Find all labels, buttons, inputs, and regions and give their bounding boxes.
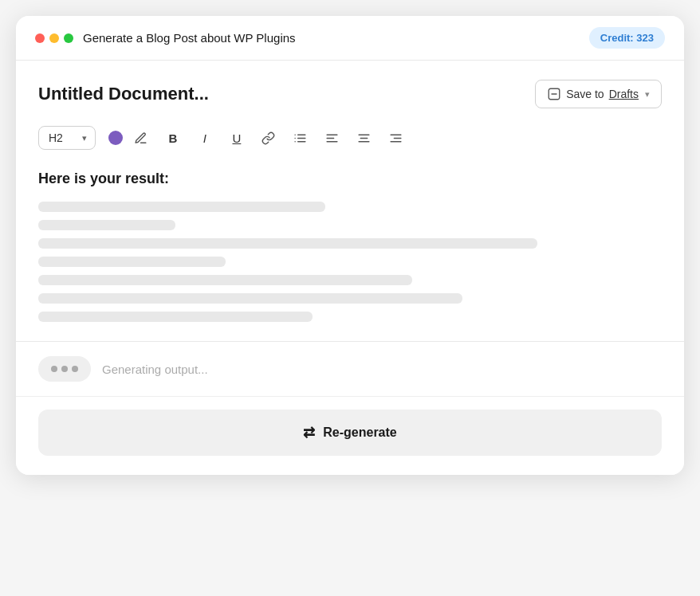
top-bar-left: Generate a Blog Post about WP Plugins [35,31,296,45]
align-right-icon [389,131,403,145]
dot-1 [51,366,57,372]
save-label: Save to [566,88,604,100]
align-left-button[interactable] [319,124,346,151]
list-icon [293,131,307,145]
traffic-light-green[interactable] [64,33,73,43]
regenerate-label: Re-generate [323,425,396,440]
skeleton-line [38,312,313,322]
skeleton-line [38,293,462,304]
generating-area: Generating output... [16,342,684,397]
skeleton-lines [38,202,662,322]
regenerate-icon: ⇄ [303,424,315,441]
editor-header: Untitled Document... Save to Drafts ▾ [38,80,662,108]
drafts-label: Drafts [609,88,639,100]
dots-loader [38,356,91,382]
traffic-light-yellow[interactable] [49,33,59,43]
window-title: Generate a Blog Post about WP Plugins [83,31,296,45]
heading-chevron-icon: ▾ [82,133,87,143]
toolbar: H2 ▾ B I U [38,124,662,151]
heading-select[interactable]: H2 ▾ [38,126,96,150]
align-center-button[interactable] [351,124,378,151]
traffic-lights [35,33,73,43]
highlighter-icon [134,131,147,145]
regenerate-button[interactable]: ⇄ Re-generate [38,410,662,456]
heading-value: H2 [49,131,63,144]
align-center-icon [357,131,371,145]
skeleton-line [38,257,226,267]
color-picker[interactable] [108,131,123,145]
content-area: Here is your result: [38,171,662,322]
skeleton-line [38,220,175,230]
credit-badge: Credit: 323 [589,27,665,49]
align-right-button[interactable] [383,124,410,151]
underline-button[interactable]: U [223,124,250,151]
highlighter-button[interactable] [128,124,155,151]
save-to-drafts-button[interactable]: Save to Drafts ▾ [535,80,662,108]
list-button[interactable] [287,124,314,151]
dot-3 [72,366,78,372]
skeleton-line [38,238,537,249]
dot-2 [61,366,68,372]
skeleton-line [38,275,412,285]
italic-button[interactable]: I [191,124,218,151]
link-icon [262,131,275,145]
result-label: Here is your result: [38,171,662,187]
generating-text: Generating output... [102,363,208,376]
chevron-down-icon: ▾ [645,89,650,100]
align-left-icon [325,131,339,145]
draft-icon [547,87,561,101]
editor-area: Untitled Document... Save to Drafts ▾ H2… [16,61,684,342]
top-bar: Generate a Blog Post about WP Plugins Cr… [16,16,684,61]
regenerate-area: ⇄ Re-generate [16,397,684,475]
app-window: Generate a Blog Post about WP Plugins Cr… [16,16,684,475]
skeleton-line [38,202,325,212]
link-button[interactable] [255,124,282,151]
doc-title: Untitled Document... [38,84,209,104]
traffic-light-red[interactable] [35,33,45,43]
bold-button[interactable]: B [159,124,187,151]
